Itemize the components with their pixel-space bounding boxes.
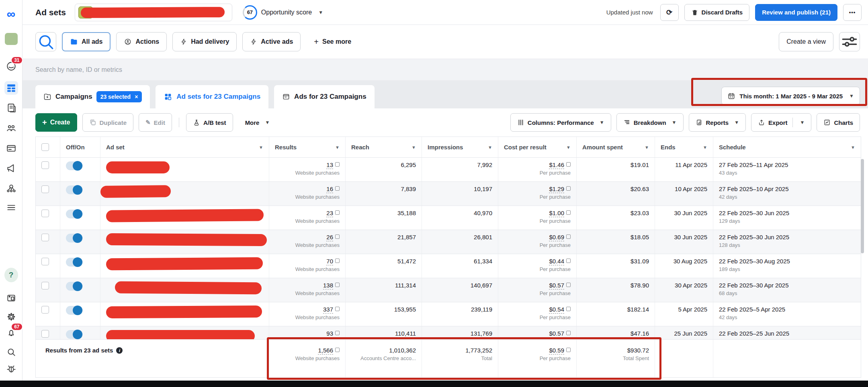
search-sidebar-icon[interactable] <box>4 345 18 359</box>
ab-test-button[interactable]: A/B test <box>186 113 233 132</box>
sort-caret-icon[interactable]: ▼ <box>851 145 855 150</box>
alerts-badge: 67 <box>11 323 23 331</box>
table-header-row: Off/On Ad set▼ Results▼ Reach▼ Impressio… <box>36 137 861 158</box>
reports-button[interactable]: Reports ▼ <box>689 113 746 132</box>
vertical-scrollbar[interactable] <box>861 159 864 253</box>
filter-active-ads[interactable]: Active ads <box>242 32 301 51</box>
attribution-icon <box>335 259 340 263</box>
create-button[interactable]: + Create <box>35 113 77 132</box>
sort-caret-icon[interactable]: ▼ <box>335 145 340 150</box>
all-tools-menu-icon[interactable] <box>4 201 18 214</box>
edit-button[interactable]: ✎ Edit <box>139 113 172 132</box>
meta-logo-icon[interactable]: ∞ <box>4 7 18 21</box>
account-name-dropdown[interactable] <box>75 4 232 21</box>
view-settings-button[interactable] <box>839 32 860 51</box>
row-checkbox[interactable] <box>41 282 49 289</box>
row-checkbox[interactable] <box>41 210 49 217</box>
pages-notifications-icon[interactable]: 31 <box>4 59 18 73</box>
sort-caret-icon[interactable]: ▼ <box>703 145 707 150</box>
audiences-icon[interactable] <box>4 121 18 135</box>
tab-ads[interactable]: Ads for 23 Campaigns <box>274 85 375 108</box>
lightning-icon <box>250 38 257 45</box>
adset-toggle[interactable] <box>66 234 83 242</box>
filter-all-ads[interactable]: All ads <box>62 32 111 51</box>
attribution-icon <box>566 307 571 311</box>
folder-icon <box>70 38 78 46</box>
redaction-stroke <box>81 7 225 18</box>
create-view-button[interactable]: Create a view <box>779 32 833 51</box>
export-button[interactable]: Export ▼ <box>751 113 811 132</box>
sort-caret-icon[interactable]: ▼ <box>411 145 416 150</box>
redaction-stroke <box>106 233 267 246</box>
filter-actions[interactable]: Actions <box>116 32 167 51</box>
duplicate-button[interactable]: Duplicate <box>82 113 134 132</box>
device-preview-icon[interactable] <box>4 291 18 305</box>
more-button[interactable]: More ▼ <box>238 113 277 132</box>
trash-icon <box>691 9 698 16</box>
attribution-icon <box>335 348 340 352</box>
discard-drafts-button[interactable]: Discard Drafts <box>684 4 750 21</box>
search-input[interactable] <box>35 66 855 73</box>
tab-campaigns[interactable]: Campaigns 23 selected × <box>35 85 150 108</box>
adset-toggle[interactable] <box>66 282 83 291</box>
info-icon[interactable]: i <box>116 347 123 354</box>
notifications-bell-icon[interactable]: 67 <box>4 326 18 340</box>
business-avatar[interactable] <box>4 32 18 46</box>
refresh-button[interactable]: ⟳ <box>660 4 679 21</box>
filter-had-delivery[interactable]: Had delivery <box>172 32 237 51</box>
assets-network-icon[interactable] <box>4 181 18 195</box>
adset-toggle[interactable] <box>66 330 83 339</box>
row-checkbox[interactable] <box>41 161 49 169</box>
table-row: 70Website purchases 51,472 61,334 $0.44P… <box>36 254 861 278</box>
breakdown-button[interactable]: Breakdown ▼ <box>616 113 684 132</box>
row-checkbox[interactable] <box>41 258 49 265</box>
bug-report-icon[interactable] <box>4 362 18 376</box>
table-row: 93 110,411 131,769 $0.57 $47.16 25 Jun 2… <box>36 326 861 340</box>
attribution-icon <box>335 307 340 311</box>
adset-toggle[interactable] <box>66 161 83 170</box>
charts-button[interactable]: Charts <box>817 113 860 132</box>
help-icon[interactable]: ? <box>4 268 18 282</box>
review-publish-button[interactable]: Review and publish (21) <box>755 4 837 21</box>
attribution-icon <box>335 210 340 215</box>
megaphone-icon[interactable] <box>4 161 18 175</box>
sort-caret-icon[interactable]: ▼ <box>566 145 571 150</box>
settings-gear-icon[interactable] <box>4 310 18 324</box>
adset-toggle[interactable] <box>66 185 83 194</box>
tab-ad-sets[interactable]: Ad sets for 23 Campaigns <box>156 85 268 108</box>
adset-toggle[interactable] <box>66 306 83 315</box>
opportunity-score-ring: 67 <box>243 5 257 20</box>
pages-icon[interactable] <box>4 101 18 115</box>
row-checkbox[interactable] <box>41 330 49 338</box>
redaction-stroke <box>106 330 255 340</box>
billing-icon[interactable] <box>4 141 18 155</box>
close-icon[interactable]: × <box>135 94 138 100</box>
attribution-icon <box>335 234 340 239</box>
search-filter-button[interactable] <box>35 32 56 51</box>
ad-sets-table: Off/On Ad set▼ Results▼ Reach▼ Impressio… <box>35 136 861 378</box>
attribution-icon <box>335 283 340 287</box>
adset-toggle[interactable] <box>66 210 83 218</box>
target-icon <box>124 38 132 46</box>
sort-caret-icon[interactable]: ▼ <box>259 145 263 150</box>
more-options-button[interactable]: ••• <box>843 4 862 21</box>
sort-caret-icon[interactable]: ▼ <box>488 145 492 150</box>
table-row: 26Website purchases 21,857 26,801 $0.69P… <box>36 230 861 254</box>
row-checkbox[interactable] <box>41 306 49 314</box>
date-range-picker[interactable]: This month: 1 Mar 2025 - 9 Mar 2025 ▼ <box>721 87 860 105</box>
row-checkbox[interactable] <box>41 185 49 193</box>
selected-count-badge[interactable]: 23 selected × <box>96 91 142 102</box>
export-icon <box>758 119 765 126</box>
opportunity-score[interactable]: 67 Opportunity score ▼ <box>243 5 323 20</box>
table-footer-row: Results from 23 ad sets i 1,566Website p… <box>36 340 861 378</box>
sort-caret-icon[interactable]: ▼ <box>645 145 649 150</box>
adset-toggle[interactable] <box>66 258 83 267</box>
columns-button[interactable]: Columns: Performance ▼ <box>510 113 611 132</box>
select-all-checkbox[interactable] <box>41 143 49 151</box>
ads-manager-icon[interactable] <box>4 81 18 95</box>
see-more-filters[interactable]: + See more <box>306 32 359 51</box>
bottom-letterbox <box>0 381 868 387</box>
search-icon <box>36 32 56 52</box>
ads-manager-screen: ∞ 31 ? <box>0 0 868 387</box>
row-checkbox[interactable] <box>41 234 49 241</box>
